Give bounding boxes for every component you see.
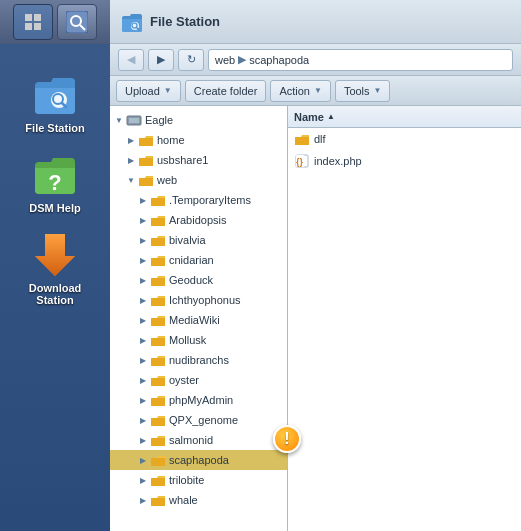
file-station-icon (31, 70, 79, 118)
tools-button[interactable]: Tools ▼ (335, 80, 391, 102)
name-column-header: Name (294, 111, 324, 123)
sidebar-item-file-station[interactable]: File Station (10, 64, 100, 140)
tree-item-bivalvia[interactable]: ▶ bivalvia (110, 230, 287, 250)
expand-nudibranchs[interactable]: ▶ (136, 350, 150, 370)
upload-button[interactable]: Upload ▼ (116, 80, 181, 102)
folder-usbshare1-icon (138, 153, 154, 167)
tree-item-whale[interactable]: ▶ whale (110, 490, 287, 510)
sidebar-item-download-station-label: Download Station (29, 282, 82, 306)
tree-item-temporaryitems[interactable]: ▶ .TemporaryItems (110, 190, 287, 210)
tree-item-oyster[interactable]: ▶ oyster (110, 370, 287, 390)
expand-phpmyadmin[interactable]: ▶ (136, 390, 150, 410)
window-title-icon (120, 10, 144, 34)
expand-mollusk[interactable]: ▶ (136, 330, 150, 350)
expand-temporaryitems[interactable]: ▶ (136, 190, 150, 210)
tree-item-phpmyadmin[interactable]: ▶ phpMyAdmin (110, 390, 287, 410)
address-sub-text: scaphapoda (249, 54, 309, 66)
create-folder-button[interactable]: Create folder (185, 80, 267, 102)
sort-arrow: ▲ (327, 112, 335, 121)
create-folder-label: Create folder (194, 85, 258, 97)
expand-scaphapoda[interactable]: ▶ (136, 450, 150, 470)
tree-panel: ▼ Eagle ▶ home ▶ (110, 106, 288, 531)
tree-item-ichthyophonus[interactable]: ▶ Ichthyophonus (110, 290, 287, 310)
folder-temporaryitems-icon (150, 193, 166, 207)
folder-home-icon (138, 133, 154, 147)
expand-usbshare1[interactable]: ▶ (124, 150, 138, 170)
content-area: ▼ Eagle ▶ home ▶ (110, 106, 521, 531)
tree-item-geoduck[interactable]: ▶ Geoduck (110, 270, 287, 290)
tree-item-trilobite[interactable]: ▶ trilobite (110, 470, 287, 490)
tree-item-salmonid[interactable]: ▶ salmonid (110, 430, 287, 450)
tree-item-web[interactable]: ▼ web (110, 170, 287, 190)
tree-root[interactable]: ▼ Eagle (110, 110, 287, 130)
forward-icon: ▶ (157, 53, 165, 66)
folder-nudibranchs-icon (150, 353, 166, 367)
tree-item-cnidarian[interactable]: ▶ cnidarian (110, 250, 287, 270)
main-panel: File Station ◀ ▶ ↻ web ▶ scaphapoda Uplo… (110, 0, 521, 531)
expand-qpx-genome[interactable]: ▶ (136, 410, 150, 430)
tree-item-bivalvia-label: bivalvia (169, 234, 206, 246)
sidebar: File Station ? DSM Help (0, 0, 110, 531)
file-dlf-icon (294, 132, 310, 146)
tree-item-home-label: home (157, 134, 185, 146)
back-button[interactable]: ◀ (118, 49, 144, 71)
folder-ichthyophonus-icon (150, 293, 166, 307)
svg-rect-17 (129, 118, 139, 123)
expand-trilobite[interactable]: ▶ (136, 470, 150, 490)
address-text: web (215, 54, 235, 66)
nav-bar: ◀ ▶ ↻ web ▶ scaphapoda (110, 44, 521, 76)
grid-view-button[interactable] (13, 4, 53, 40)
tree-item-arabidopsis[interactable]: ▶ Arabidopsis (110, 210, 287, 230)
file-list-header[interactable]: Name ▲ (288, 106, 521, 128)
action-button[interactable]: Action ▼ (270, 80, 331, 102)
expand-home[interactable]: ▶ (124, 130, 138, 150)
warning-badge: ! (273, 425, 301, 453)
expand-bivalvia[interactable]: ▶ (136, 230, 150, 250)
svg-marker-12 (35, 234, 75, 276)
tree-item-scaphapoda[interactable]: ▶ scaphapoda (110, 450, 287, 470)
forward-button[interactable]: ▶ (148, 49, 174, 71)
folder-geoduck-icon (150, 273, 166, 287)
sidebar-item-download-station[interactable]: Download Station (10, 224, 100, 312)
tree-item-mediawiki[interactable]: ▶ MediaWiki (110, 310, 287, 330)
tree-item-usbshare1[interactable]: ▶ usbshare1 (110, 150, 287, 170)
expand-oyster[interactable]: ▶ (136, 370, 150, 390)
sidebar-item-dsm-help[interactable]: ? DSM Help (10, 144, 100, 220)
search-button[interactable] (57, 4, 97, 40)
toolbar: Upload ▼ Create folder Action ▼ Tools ▼ (110, 76, 521, 106)
expand-ichthyophonus[interactable]: ▶ (136, 290, 150, 310)
tree-item-salmonid-label: salmonid (169, 434, 213, 446)
upload-chevron: ▼ (164, 86, 172, 95)
tools-chevron: ▼ (374, 86, 382, 95)
file-item-index-php[interactable]: {} index.php (288, 150, 521, 172)
expand-whale[interactable]: ▶ (136, 490, 150, 510)
expand-salmonid[interactable]: ▶ (136, 430, 150, 450)
folder-phpmyadmin-icon (150, 393, 166, 407)
expand-mediawiki[interactable]: ▶ (136, 310, 150, 330)
tools-label: Tools (344, 85, 370, 97)
folder-mollusk-icon (150, 333, 166, 347)
expand-web[interactable]: ▼ (124, 170, 138, 190)
file-php-icon: {} (294, 154, 310, 168)
address-bar[interactable]: web ▶ scaphapoda (208, 49, 513, 71)
folder-web-icon (138, 173, 154, 187)
tree-item-qpx-genome[interactable]: ▶ QPX_genome (110, 410, 287, 430)
expand-arabidopsis[interactable]: ▶ (136, 210, 150, 230)
tree-item-temporaryitems-label: .TemporaryItems (169, 194, 251, 206)
upload-label: Upload (125, 85, 160, 97)
expand-cnidarian[interactable]: ▶ (136, 250, 150, 270)
svg-rect-0 (25, 14, 32, 21)
sidebar-item-dsm-help-label: DSM Help (29, 202, 80, 214)
file-item-dlf[interactable]: dlf (288, 128, 521, 150)
back-icon: ◀ (127, 53, 135, 66)
tree-item-web-label: web (157, 174, 177, 186)
expand-geoduck[interactable]: ▶ (136, 270, 150, 290)
tree-item-mollusk[interactable]: ▶ Mollusk (110, 330, 287, 350)
refresh-button[interactable]: ↻ (178, 49, 204, 71)
tree-item-trilobite-label: trilobite (169, 474, 204, 486)
tree-item-mollusk-label: Mollusk (169, 334, 206, 346)
tree-item-home[interactable]: ▶ home (110, 130, 287, 150)
tree-item-nudibranchs[interactable]: ▶ nudibranchs (110, 350, 287, 370)
expand-root[interactable]: ▼ (112, 110, 126, 130)
top-toolbar (0, 0, 110, 44)
